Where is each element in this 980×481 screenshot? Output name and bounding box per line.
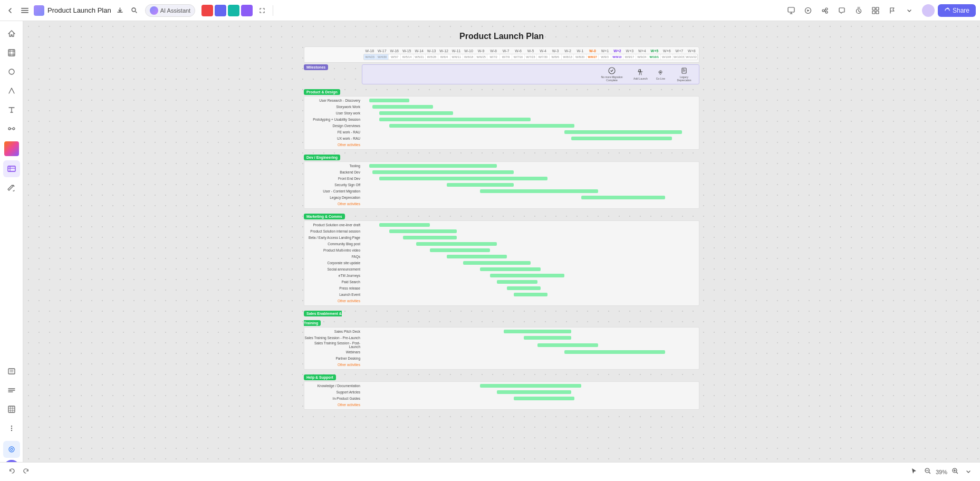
timer-button[interactable] [851, 3, 866, 18]
milestone-2: Add Launch [633, 69, 648, 80]
user-icon-4 [241, 5, 253, 16]
milestone-4: Legacy Deprecation [674, 67, 695, 82]
marketing-label: Marketing & Comms [304, 214, 345, 219]
ai-assistant-label[interactable]: AI Assistant [160, 7, 190, 14]
chevron-down-button[interactable] [902, 3, 917, 18]
week-sub-row: W/4/23 W/4/30 W/5/7 W/5/14 W/5/21 W/5/28… [305, 54, 698, 60]
task-row: UX work - RAU [304, 136, 699, 141]
left-sidebar [0, 21, 23, 481]
sidebar-list[interactable] [3, 363, 20, 380]
sidebar-more[interactable] [3, 420, 20, 437]
dev-tasks: Tooling Backend Dev Front End Dev [304, 161, 699, 209]
menu-button[interactable] [19, 5, 31, 16]
user-icon-2 [215, 5, 226, 16]
task-row: Legacy Deprecation [304, 195, 699, 200]
task-row: Design Overviews [304, 123, 699, 129]
task-row: Other activities [304, 201, 699, 207]
task-row: Knowledge / Documentation [304, 383, 699, 389]
task-row: Beta / Early Access Landing Page [304, 235, 699, 240]
svg-rect-15 [8, 166, 15, 171]
task-row: Tooling [304, 163, 699, 169]
user-icon-3 [228, 5, 239, 16]
svg-point-20 [11, 430, 12, 431]
sales-tasks: Sales Pitch Deck Sales Training Session … [304, 327, 699, 370]
download-button[interactable] [114, 5, 126, 16]
task-row: User - Content Migration [304, 188, 699, 194]
svg-point-13 [8, 128, 11, 130]
undo-button[interactable] [6, 466, 18, 477]
task-row: Support Articles [304, 389, 699, 395]
svg-point-21 [9, 447, 14, 452]
task-row: Sales Pitch Deck [304, 329, 699, 334]
task-row: User Story work [304, 110, 699, 116]
back-button[interactable] [4, 5, 16, 16]
grid-button[interactable] [868, 3, 883, 18]
topbar-right-icons: Share [784, 3, 976, 18]
svg-point-18 [11, 426, 12, 427]
task-row: Other activities [304, 362, 699, 368]
sidebar-connect[interactable] [3, 120, 20, 137]
dev-label: Dev / Engineering [304, 155, 340, 160]
svg-point-12 [9, 69, 14, 74]
milestone-1: No more Migration Complete [599, 67, 625, 82]
task-row: Product Solution one-liner draft [304, 222, 699, 228]
expand-view-button[interactable] [963, 467, 974, 477]
flag-button[interactable] [885, 3, 900, 18]
gantt-chart: Product Launch Plan W-18 W-17 W-16 W-15 … [304, 32, 699, 411]
svg-rect-8 [876, 7, 879, 10]
task-row: Social announcement [304, 266, 699, 272]
search-button[interactable] [129, 5, 140, 16]
task-row: Paid Search [304, 279, 699, 285]
sales-section: Sales Enablement & Training Sales Pitch … [304, 307, 699, 370]
play-button[interactable] [801, 3, 815, 18]
sidebar-table2[interactable] [3, 401, 20, 418]
comment-button[interactable] [834, 3, 849, 18]
svg-rect-17 [8, 406, 15, 412]
task-row: Prototyping + Usability Session [304, 117, 699, 122]
zoom-out-button[interactable] [922, 466, 934, 477]
bottom-bar: 39% [0, 462, 980, 481]
sidebar-settings[interactable] [3, 441, 20, 458]
sidebar-paint[interactable] [3, 179, 20, 196]
task-row: Product Multi-intro video [304, 247, 699, 253]
sidebar-lines2[interactable] [3, 382, 20, 399]
share-button[interactable]: Share [938, 4, 976, 17]
sidebar-home[interactable] [3, 25, 20, 42]
svg-rect-7 [872, 7, 875, 10]
svg-rect-11 [8, 50, 15, 56]
svg-rect-16 [8, 369, 15, 374]
svg-rect-0 [21, 8, 28, 9]
task-row: FAQs [304, 254, 699, 259]
help-support-section: Help & Support Knowledge / Documentation… [304, 371, 699, 410]
share-label: Share [953, 7, 969, 14]
task-row: Other activities [304, 402, 699, 408]
sidebar-table[interactable] [3, 160, 20, 177]
task-row: Sales Training Session - Pre-Launch [304, 335, 699, 341]
share-icon-button[interactable] [818, 3, 832, 18]
redo-button[interactable] [20, 466, 32, 477]
svg-rect-4 [788, 7, 794, 12]
zoom-in-button[interactable] [949, 466, 961, 477]
sidebar-lines[interactable] [3, 82, 20, 99]
help-tasks: Knowledge / Documentation Support Articl… [304, 381, 699, 410]
present-button[interactable] [784, 3, 799, 18]
sidebar-shapes[interactable] [3, 63, 20, 80]
task-row: Backend Dev [304, 169, 699, 175]
expand-button[interactable] [257, 5, 267, 16]
task-row: Storywork Work [304, 104, 699, 110]
canvas-area[interactable]: Product Launch Plan W-18 W-17 W-16 W-15 … [23, 21, 980, 462]
sidebar-text[interactable] [3, 101, 20, 118]
svg-point-25 [660, 72, 661, 73]
sales-label: Sales Enablement & Training [304, 311, 342, 326]
week-row-top: W-18 W-17 W-16 W-15 W-14 W-13 W-12 W-11 … [304, 49, 699, 53]
dev-engineering-section: Dev / Engineering Tooling Backend Dev [304, 151, 699, 209]
svg-rect-9 [872, 11, 875, 14]
task-row: User Research - Discovery [304, 98, 699, 103]
svg-rect-1 [21, 10, 28, 11]
cursor-button[interactable] [908, 466, 920, 477]
doc-title: Product Launch Plan [47, 6, 111, 14]
sidebar-frames[interactable] [3, 44, 20, 61]
user-icon-1 [201, 5, 213, 16]
doc-icon [34, 5, 44, 16]
sidebar-palette[interactable] [4, 141, 19, 156]
